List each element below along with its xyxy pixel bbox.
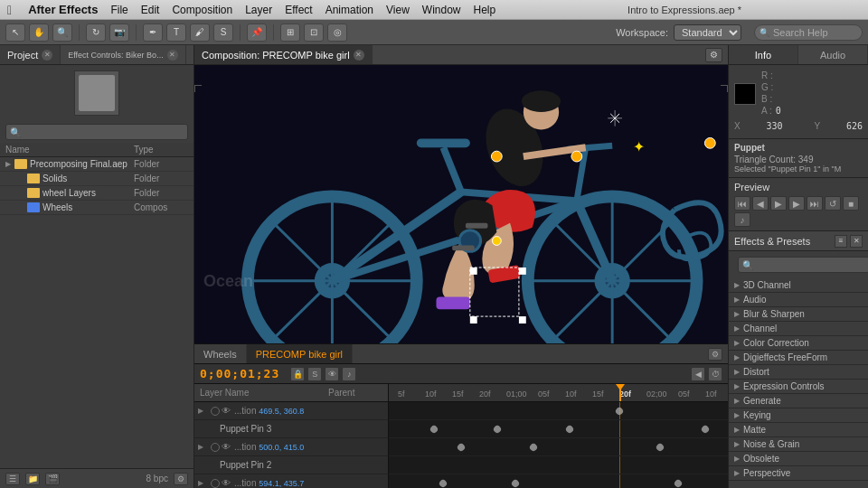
- layer-expand-icon[interactable]: ▶: [198, 479, 209, 487]
- effects-close-btn[interactable]: ✕: [850, 235, 863, 248]
- preview-prev-frame-btn[interactable]: ◀: [752, 196, 769, 211]
- menu-layer[interactable]: Layer: [245, 4, 272, 16]
- composition-canvas[interactable]: ✦ Ocean: [194, 65, 728, 343]
- layer-item[interactable]: ▶ 👁 ...tion 469.5, 360.8: [194, 402, 388, 420]
- toolbar-pen-btn[interactable]: ✒: [143, 23, 163, 42]
- toolbar-text-btn[interactable]: T: [166, 23, 186, 42]
- effect-category-channel[interactable]: ▶ Channel: [729, 322, 868, 336]
- new-item-btn[interactable]: ☰: [5, 473, 20, 485]
- preview-stop-btn[interactable]: ■: [843, 196, 859, 211]
- layer-eye-icon[interactable]: 👁: [222, 406, 234, 416]
- layer-solo-toggle[interactable]: [211, 443, 220, 452]
- tab-project-close[interactable]: ✕: [42, 50, 52, 61]
- effect-category-noise[interactable]: ▶ Noise & Grain: [729, 437, 868, 452]
- effect-category-perspective[interactable]: ▶ Perspective: [729, 466, 868, 481]
- tab-precomp-bike[interactable]: PRECOMP bike girl: [247, 344, 353, 363]
- tab-effect-controls-close[interactable]: ✕: [167, 50, 178, 61]
- comp-tab-close[interactable]: ✕: [354, 50, 364, 61]
- effect-category-audio[interactable]: ▶ Audio: [729, 293, 868, 307]
- list-item[interactable]: Solids Folder: [0, 172, 193, 186]
- menu-edit[interactable]: Edit: [141, 4, 160, 16]
- list-item[interactable]: ▶ Precomposing Final.aep Folder: [0, 157, 193, 172]
- effect-category-generate[interactable]: ▶ Generate: [729, 394, 868, 408]
- toolbar-camera-btn[interactable]: 📷: [109, 23, 129, 42]
- layer-item[interactable]: Puppet Pin 3: [194, 420, 388, 438]
- tab-project[interactable]: Project ✕: [0, 45, 61, 64]
- menu-view[interactable]: View: [386, 4, 410, 16]
- layer-item[interactable]: ▶ 👁 ...tion 594.1, 435.7: [194, 474, 388, 488]
- tab-audio[interactable]: Audio: [798, 45, 868, 64]
- toolbar-brush-btn[interactable]: 🖌: [190, 23, 210, 42]
- toolbar-hand-btn[interactable]: ✋: [29, 23, 49, 42]
- tl-expand-btn[interactable]: ◀: [691, 367, 705, 381]
- toolbar-rotate-btn[interactable]: ↻: [86, 23, 106, 42]
- menu-help[interactable]: Help: [474, 4, 496, 16]
- effects-search-input[interactable]: [738, 257, 868, 273]
- toolbar-clone-btn[interactable]: S: [213, 23, 233, 42]
- layer-item[interactable]: Puppet Pin 2: [194, 456, 388, 474]
- project-search-box[interactable]: 🔍: [5, 124, 188, 140]
- workspace-select[interactable]: Standard: [674, 24, 741, 41]
- timeline-timecode[interactable]: 0;00;01;23: [200, 367, 279, 380]
- kf-row-4: [389, 456, 728, 474]
- toolbar-extra1[interactable]: ⊞: [280, 23, 300, 42]
- comp-btn[interactable]: 🎬: [45, 473, 60, 485]
- toolbar-zoom-btn[interactable]: 🔍: [52, 23, 72, 42]
- tl-eye-btn[interactable]: 👁: [325, 367, 339, 381]
- effect-category-expression[interactable]: ▶ Expression Controls: [729, 380, 868, 394]
- effect-category-distort[interactable]: ▶ Distort: [729, 365, 868, 380]
- preview-last-btn[interactable]: ⏭: [807, 196, 823, 211]
- preview-loop-btn[interactable]: ↺: [825, 196, 841, 211]
- layer-expand-icon[interactable]: ▶: [198, 407, 209, 415]
- layer-item[interactable]: ▶ 👁 ...tion 500.0, 415.0: [194, 438, 388, 456]
- toolbar-extra2[interactable]: ⊡: [304, 23, 324, 42]
- layer-solo-toggle[interactable]: [211, 479, 220, 488]
- layer-eye-icon[interactable]: 👁: [222, 478, 234, 488]
- comp-tab[interactable]: Composition: PRECOMP bike girl ✕: [194, 45, 373, 64]
- menu-animation[interactable]: Animation: [326, 4, 373, 16]
- effect-category-matte[interactable]: ▶ Matte: [729, 423, 868, 437]
- folder-btn[interactable]: 📁: [25, 473, 40, 485]
- keyframe-area[interactable]: 5f 10f 15f 20f 01;00 05f 10f 15f 20f 02;…: [389, 384, 728, 488]
- effect-category-digi[interactable]: ▶ Digieffects FreeForm: [729, 351, 868, 365]
- effect-category-keying[interactable]: ▶ Keying: [729, 408, 868, 423]
- toolbar-select-btn[interactable]: ↖: [5, 23, 25, 42]
- timeline-content: Layer Name Parent ▶ 👁 ...tion 469.5, 360…: [194, 384, 728, 488]
- list-item[interactable]: wheel Layers Folder: [0, 186, 193, 201]
- effect-category-blur[interactable]: ▶ Blur & Sharpen: [729, 307, 868, 322]
- layer-eye-icon[interactable]: 👁: [222, 442, 234, 452]
- color-swatch[interactable]: [734, 83, 756, 105]
- tab-info[interactable]: Info: [729, 45, 798, 64]
- effect-category-3d[interactable]: ▶ 3D Channel: [729, 278, 868, 293]
- preview-audio-btn[interactable]: ♪: [734, 212, 750, 227]
- effects-menu-btn[interactable]: ≡: [835, 235, 847, 248]
- settings-btn[interactable]: ⚙: [174, 473, 188, 485]
- menu-effect[interactable]: Effect: [285, 4, 312, 16]
- tab-wheels[interactable]: Wheels: [194, 344, 247, 363]
- tl-audio-btn[interactable]: ♪: [342, 367, 356, 381]
- menu-composition[interactable]: Composition: [172, 4, 232, 16]
- toolbar-puppet-btn[interactable]: 📌: [247, 23, 267, 42]
- tl-time-btn[interactable]: ⏱: [708, 367, 722, 381]
- menu-window[interactable]: Window: [422, 4, 461, 16]
- search-help-input[interactable]: Search Help: [754, 24, 863, 41]
- preview-play-btn[interactable]: ▶: [770, 196, 787, 211]
- effect-category-obsolete[interactable]: ▶ Obsolete: [729, 452, 868, 466]
- toolbar-extra3[interactable]: ◎: [327, 23, 347, 42]
- toolbar-sep1: [79, 24, 80, 41]
- layer-solo-toggle[interactable]: [211, 407, 220, 416]
- layer-expand-icon[interactable]: ▶: [198, 443, 209, 451]
- effect-category-color[interactable]: ▶ Color Correction: [729, 336, 868, 351]
- preview-first-btn[interactable]: ⏮: [734, 196, 750, 211]
- timeline-settings-btn[interactable]: ⚙: [708, 348, 722, 361]
- list-item[interactable]: Wheels Compos: [0, 201, 193, 215]
- tab-effect-controls[interactable]: Effect Controls: Biker Bo... ✕: [61, 45, 185, 64]
- apple-menu-icon[interactable]: : [7, 3, 12, 17]
- comp-settings-btn[interactable]: ⚙: [705, 48, 722, 62]
- menu-file[interactable]: File: [110, 4, 127, 16]
- timeline-ruler[interactable]: 5f 10f 15f 20f 01;00 05f 10f 15f 20f 02;…: [389, 384, 728, 402]
- preview-next-frame-btn[interactable]: ▶: [788, 196, 805, 211]
- tl-solo-btn[interactable]: S: [307, 367, 322, 381]
- tl-lock-btn[interactable]: 🔒: [290, 367, 305, 381]
- preview-controls: ⏮ ◀ ▶ ▶ ⏭ ↺ ■ ♪: [734, 196, 863, 227]
